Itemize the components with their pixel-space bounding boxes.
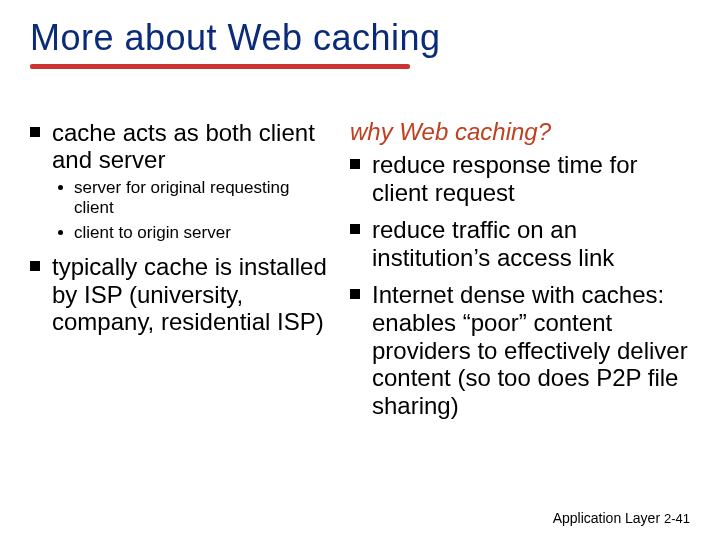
right-heading: why Web caching? (350, 119, 690, 145)
footer-page-number: 2-41 (664, 511, 690, 526)
list-item: reduce response time for client request (350, 151, 690, 206)
list-item: Internet dense with caches: enables “poo… (350, 281, 690, 419)
list-item: cache acts as both client and server ser… (30, 119, 330, 243)
sub-bullet-list: server for original requesting client cl… (52, 178, 330, 243)
bullet-text: cache acts as both client and server (52, 119, 315, 174)
footer-section: Application Layer (553, 510, 660, 526)
left-column: cache acts as both client and server ser… (30, 119, 330, 430)
list-item: client to origin server (58, 223, 330, 243)
right-bullet-list: reduce response time for client request … (350, 151, 690, 419)
list-item: typically cache is installed by ISP (uni… (30, 253, 330, 336)
bullet-text: reduce traffic on an institution’s acces… (372, 216, 614, 271)
list-item: server for original requesting client (58, 178, 330, 219)
right-column: why Web caching? reduce response time fo… (350, 119, 690, 430)
left-bullet-list: cache acts as both client and server ser… (30, 119, 330, 336)
bullet-text: client to origin server (74, 223, 231, 242)
bullet-text: Internet dense with caches: enables “poo… (372, 281, 688, 418)
bullet-text: reduce response time for client request (372, 151, 637, 206)
list-item: reduce traffic on an institution’s acces… (350, 216, 690, 271)
slide-title: More about Web caching (30, 18, 690, 58)
bullet-text: server for original requesting client (74, 178, 289, 217)
slide: More about Web caching cache acts as bot… (0, 0, 720, 540)
slide-footer: Application Layer 2-41 (553, 510, 690, 526)
content-columns: cache acts as both client and server ser… (30, 119, 690, 430)
title-underline (30, 64, 410, 69)
bullet-text: typically cache is installed by ISP (uni… (52, 253, 327, 335)
